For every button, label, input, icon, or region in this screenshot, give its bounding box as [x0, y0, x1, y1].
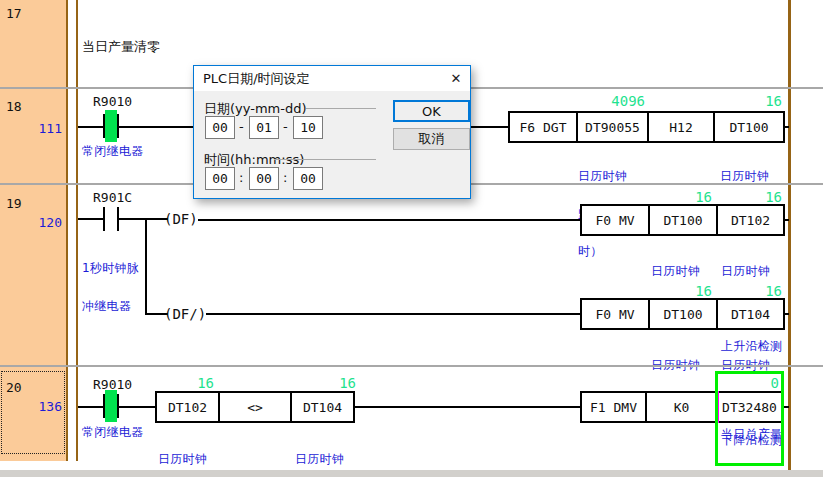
block-cell-operand[interactable]: DT102 — [157, 393, 218, 421]
block-cell-operand[interactable]: DT104 — [290, 393, 353, 421]
date-separator: - — [239, 119, 244, 134]
comment-line: 日历时钟 — [295, 453, 357, 466]
wire — [78, 126, 103, 128]
comment-line: 冲继电器 — [82, 300, 139, 313]
monitor-value: 16 — [296, 375, 356, 391]
wire — [198, 219, 580, 221]
monitor-value: 4096 — [585, 93, 645, 109]
comment-line: 常闭继电器 — [82, 145, 144, 158]
wire — [119, 406, 155, 408]
block-cell-operand[interactable]: DT102 — [716, 206, 783, 234]
rung19-contact-comment: 1秒时钟脉 冲继电器 — [82, 237, 139, 337]
block-cell-operand[interactable]: DT104 — [716, 300, 783, 328]
rung20-contact-comment: 常闭继电器 — [82, 426, 144, 439]
branch-wire — [145, 218, 147, 315]
time-separator: : — [239, 170, 243, 185]
time-separator: : — [283, 170, 287, 185]
rung20-cell-focus-cursor — [1, 371, 65, 454]
rung-separator — [0, 365, 823, 367]
ladder-editor-screen: 17 18 111 19 120 20 136 当日产量清零 R9010 常闭继… — [0, 0, 823, 479]
time-ss-field[interactable] — [293, 167, 323, 190]
block-cell-opcode[interactable]: F0 MV — [582, 300, 648, 328]
rung20-compare-block[interactable]: DT102 <> DT104 — [155, 391, 355, 423]
dialog-title: PLC日期/时间设定 — [194, 70, 442, 88]
wire — [78, 218, 103, 220]
block-cell-opcode[interactable]: F0 MV — [582, 206, 648, 234]
comment-line: 日历时钟 — [158, 453, 220, 466]
comment-line: 日历时钟 — [720, 170, 782, 183]
rung-number-18[interactable]: 18 — [6, 99, 22, 114]
df-fall-instruction[interactable]: (DF/) — [164, 306, 206, 322]
monitor-value: 16 — [652, 283, 712, 299]
rung19-contact[interactable] — [103, 207, 105, 231]
step-address-111: 111 — [0, 121, 62, 136]
date-group-line — [306, 108, 376, 109]
wire — [355, 406, 580, 408]
wire — [206, 313, 580, 315]
rung18-contact[interactable] — [103, 114, 105, 138]
plc-datetime-dialog: PLC日期/时间设定 ✕ 日期(yy-mm-dd) - - 时间(hh:mm:s… — [193, 65, 471, 199]
left-power-rail — [76, 0, 78, 461]
df-rise-instruction[interactable]: (DF) — [164, 211, 198, 227]
date-separator: - — [283, 119, 288, 134]
block-cell-operand[interactable]: H12 — [647, 113, 713, 141]
ok-button[interactable]: OK — [393, 100, 470, 122]
block-cell-operand[interactable]: DT100 — [648, 206, 716, 234]
date-mm-field[interactable] — [249, 116, 279, 139]
block-cell-opcode[interactable]: F1 DMV — [582, 393, 645, 421]
wire — [119, 218, 168, 220]
rung18-contact-name: R9010 — [93, 94, 132, 109]
rung18-contact-comment: 常闭继电器 — [82, 145, 144, 158]
block-cell-opcode[interactable]: F6 DGT — [510, 113, 576, 141]
wire — [785, 313, 789, 315]
monitor-value: 16 — [652, 189, 712, 205]
comment-line: 日历时钟 — [721, 265, 783, 278]
time-group-line — [274, 159, 376, 160]
rung18-instruction-block[interactable]: F6 DGT DT90055 H12 DT100 — [508, 111, 785, 143]
wire — [785, 219, 789, 221]
date-yy-field[interactable] — [205, 116, 235, 139]
comment-line: 日历时钟 — [651, 265, 713, 278]
monitor-value: 16 — [154, 375, 214, 391]
cancel-button[interactable]: 取消 — [393, 128, 470, 150]
rung-number-19[interactable]: 19 — [6, 196, 22, 211]
date-dd-field[interactable] — [293, 116, 323, 139]
comment-line: 1秒时钟脉 — [82, 262, 139, 275]
wire — [78, 406, 103, 408]
rung19-move-block-fall[interactable]: F0 MV DT100 DT104 — [580, 298, 785, 330]
block-cell-operand[interactable]: DT100 — [648, 300, 716, 328]
block-cell-operand[interactable]: DT90055 — [576, 113, 647, 141]
rung20-contact[interactable] — [103, 394, 105, 418]
rung-number-17[interactable]: 17 — [6, 6, 22, 21]
block-cell-operand[interactable]: K0 — [645, 393, 716, 421]
monitor-value: 16 — [722, 93, 782, 109]
close-icon[interactable]: ✕ — [442, 71, 470, 86]
comment-line: 日历时钟 — [578, 170, 631, 183]
ladder-selection-cursor[interactable] — [715, 371, 784, 466]
block-cell-operand[interactable]: DT100 — [713, 113, 783, 141]
rung17-comment[interactable]: 当日产量清零 — [82, 38, 160, 56]
comment-line: 常闭继电器 — [82, 426, 144, 439]
monitor-value: 16 — [722, 283, 782, 299]
dialog-title-bar[interactable]: PLC日期/时间设定 ✕ — [194, 66, 470, 91]
bottom-scroll-strip[interactable] — [0, 470, 823, 477]
comment-line: 时） — [578, 245, 631, 258]
time-mm-field[interactable] — [249, 167, 279, 190]
rung19-move-block-rise[interactable]: F0 MV DT100 DT102 — [580, 204, 785, 236]
right-power-rail — [788, 0, 791, 473]
wire — [785, 126, 789, 128]
block-cell-operator[interactable]: <> — [218, 393, 290, 421]
rung20-contact-on-state — [105, 390, 117, 422]
monitor-value: 16 — [722, 189, 782, 205]
rung18-contact-on-state — [105, 110, 117, 142]
rung19-contact-name: R901C — [93, 190, 132, 205]
time-hh-field[interactable] — [205, 167, 235, 190]
step-address-120: 120 — [0, 215, 62, 230]
